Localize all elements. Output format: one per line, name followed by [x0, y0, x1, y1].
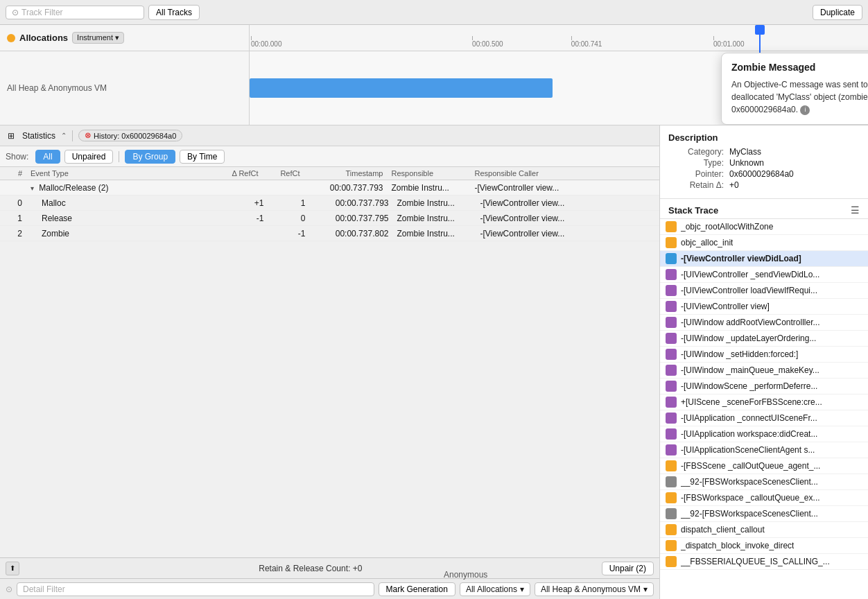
expand-button[interactable]: ⬆ [6, 562, 19, 575]
stack-item-name: -[UIWindow _updateLayerOrdering... [681, 333, 816, 343]
stack-item[interactable]: __FBSSERIALQUEUE_IS_CALLING_... [660, 554, 868, 570]
stack-trace-header: Stack Trace ☰ [660, 199, 868, 219]
table-row[interactable]: 1 Release -1 0 00:00.737.795 Zombie Inst… [0, 211, 659, 226]
stack-item[interactable]: -[UIApplication _connectUISceneFr... [660, 410, 868, 426]
table-row-group[interactable]: ▾ Malloc/Release (2) 00:00.737.793 Zombi… [0, 180, 659, 196]
timeline-content[interactable]: 00:00.000 00:00.500 00:00.741 00:01.000 … [250, 25, 868, 125]
group-row-timestamp: 00:00.737.793 [306, 183, 389, 193]
instrument-badge[interactable]: Instrument ▾ [72, 32, 124, 44]
history-close-button[interactable]: ⊗ [85, 131, 91, 140]
statistics-label[interactable]: Statistics [22, 131, 55, 141]
unpair-button[interactable]: Unpair (2) [602, 562, 654, 575]
stack-item[interactable]: -[UIWindowScene _performDeferre... [660, 379, 868, 394]
stack-item[interactable]: -[FBSWorkspace _calloutQueue_ex... [660, 490, 868, 506]
stack-item-name: __92-[FBSWorkspaceScenesClient... [681, 509, 818, 519]
bottom-section: ⊞ Statistics ⌃ ⊗ History: 0x600029684a0 … [0, 125, 868, 599]
dropdown-chevron-icon: ▾ [520, 584, 524, 594]
filter-bygroup-button[interactable]: By Group [125, 150, 175, 164]
track-filter-area: ⊙ Track Filter All Tracks [6, 5, 200, 20]
col-header-refct: RefCt [264, 169, 306, 177]
track-sidebar: Allocations Instrument ▾ All Heap & Anon… [0, 25, 250, 125]
desc-pointer-row: Pointer: 0x6000029684a0 [668, 169, 860, 179]
stack-item-icon [666, 397, 677, 408]
stack-item-name: -[UIViewController _sendViewDidLo... [681, 270, 819, 279]
show-label: Show: [6, 152, 28, 162]
stack-item[interactable]: +[UIScene _sceneForFBSScene:cre... [660, 394, 868, 410]
filter-bar-bottom: ⊙ Detail Filter Mark Generation All Allo… [0, 578, 659, 599]
top-toolbar: ⊙ Track Filter All Tracks Duplicate [0, 0, 868, 25]
show-filter-bar: Show: All Unpaired By Group By Time [0, 146, 659, 167]
stats-chevron-icon: ⌃ [61, 132, 67, 139]
playhead-handle [755, 25, 765, 35]
left-panel: ⊞ Statistics ⌃ ⊗ History: 0x600029684a0 … [0, 125, 660, 599]
stack-item[interactable]: -[UIApplication workspace:didCreat... [660, 426, 868, 442]
stack-item[interactable]: __92-[FBSWorkspaceScenesClient... [660, 474, 868, 490]
stack-item-name: -[UIWindow addRootViewControlller... [681, 318, 820, 327]
stack-item[interactable]: -[FBSScene _callOutQueue_agent_... [660, 458, 868, 474]
all-heap-dropdown[interactable]: All Heap & Anonymous VM ▾ [535, 582, 654, 596]
stack-item[interactable]: -[UIWindow _mainQueue_makeKey... [660, 363, 868, 379]
track-dot [7, 34, 15, 42]
ruler-tick-1: 00:00.500 [472, 40, 503, 48]
stack-item-name: _objc_rootAllocWithZone [681, 222, 773, 232]
stack-item[interactable]: _dispatch_block_invoke_direct [660, 538, 868, 554]
stack-item[interactable]: _objc_rootAllocWithZone [660, 219, 868, 235]
stats-grid-icon: ⊞ [6, 130, 17, 141]
description-title: Description [668, 132, 860, 143]
stack-item-name: -[ViewController viewDidLoad] [681, 254, 801, 263]
stack-item[interactable]: objc_alloc_init [660, 235, 868, 251]
track-filter-input[interactable]: ⊙ Track Filter [6, 6, 144, 19]
filter-bytime-button[interactable]: By Time [180, 150, 225, 164]
stack-item[interactable]: __92-[FBSWorkspaceScenesClient... [660, 506, 868, 522]
desc-category-key: Category: [668, 147, 724, 157]
table-row[interactable]: 0 Malloc +1 1 00:00.737.793 Zombie Instr… [0, 196, 659, 211]
all-tracks-button[interactable]: All Tracks [148, 5, 200, 20]
stack-item-icon [666, 492, 677, 503]
mark-generation-button[interactable]: Mark Generation [379, 582, 455, 596]
stack-trace-title: Stack Trace [668, 205, 718, 216]
group-row-responsible: Zombie Instru... [389, 183, 472, 193]
detail-filter-input[interactable]: Detail Filter [17, 582, 374, 596]
stack-item[interactable]: -[UIWindow addRootViewControlller... [660, 315, 868, 331]
all-allocations-dropdown[interactable]: All Allocations ▾ [460, 582, 530, 596]
zombie-tooltip-body: An Objective-C message was sent to a dea… [731, 78, 868, 116]
stack-options-icon[interactable]: ☰ [851, 205, 860, 216]
stack-item-highlighted[interactable]: -[ViewController viewDidLoad] [660, 251, 868, 267]
row-0-caller: -[ViewController view... [478, 198, 660, 208]
stack-item[interactable]: -[UIViewController loadViewIfRequi... [660, 283, 868, 299]
stack-item-icon [666, 508, 677, 519]
stack-item-name: objc_alloc_init [681, 238, 733, 248]
filter-all-button[interactable]: All [35, 150, 60, 164]
stack-item-icon [666, 333, 677, 344]
timeline-ruler: 00:00.000 00:00.500 00:00.741 00:01.000 [250, 25, 868, 51]
duplicate-button[interactable]: Duplicate [813, 5, 862, 20]
table-row[interactable]: 2 Zombie -1 00:00.737.802 Zombie Instru.… [0, 226, 659, 241]
stack-item-name: __92-[FBSWorkspaceScenesClient... [681, 477, 818, 487]
row-0-responsible: Zombie Instru... [394, 198, 478, 208]
stack-item-icon [666, 253, 677, 264]
row-0-refct: 1 [270, 198, 311, 208]
stack-item[interactable]: -[UIWindow _setHidden:forced:] [660, 347, 868, 363]
desc-type-key: Type: [668, 158, 724, 168]
row-0-event: Malloc [28, 198, 221, 208]
stack-item[interactable]: -[UIApplicationSceneClientAgent s... [660, 442, 868, 458]
stack-item[interactable]: -[UIViewController _sendViewDidLo... [660, 267, 868, 283]
dropdown-chevron-icon: ▾ [643, 584, 648, 594]
col-header-delta: Δ RefCt [216, 169, 264, 177]
stack-item-name: __FBSSERIALQUEUE_IS_CALLING_... [681, 557, 830, 566]
row-2-responsible: Zombie Instru... [394, 229, 478, 238]
desc-retain-row: Retain Δ: +0 [668, 180, 860, 190]
desc-type-row: Type: Unknown [668, 158, 860, 168]
detail-filter-icon: ⊙ [6, 584, 12, 594]
stack-item-icon [666, 269, 677, 280]
stack-item[interactable]: -[UIViewController view] [660, 299, 868, 315]
stack-item-icon [666, 556, 677, 567]
row-2-event: Zombie [28, 229, 221, 238]
track-bar [250, 78, 553, 98]
track-header: Allocations Instrument ▾ [0, 25, 249, 51]
desc-category-row: Category: MyClass [668, 147, 860, 157]
data-table: # Event Type Δ RefCt RefCt Timestamp Res… [0, 167, 659, 557]
stack-item[interactable]: dispatch_client_callout [660, 522, 868, 538]
stack-item[interactable]: -[UIWindow _updateLayerOrdering... [660, 331, 868, 347]
filter-unpaired-button[interactable]: Unpaired [64, 150, 114, 164]
